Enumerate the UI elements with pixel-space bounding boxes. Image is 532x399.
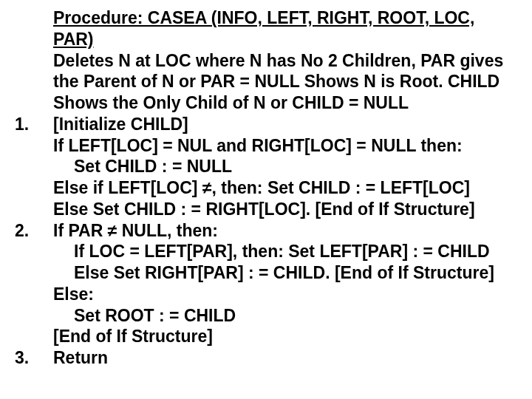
step-3-number: 3. — [15, 347, 53, 369]
step-1-line-3: Set CHILD : = NULL — [53, 156, 517, 177]
step-2-body: If PAR ≠ NULL, then: If LOC = LEFT[PAR],… — [53, 220, 517, 348]
step-2-line-1: If PAR ≠ NULL, then: — [53, 220, 517, 242]
procedure-title: Procedure: CASEA (INFO, LEFT, RIGHT, ROO… — [53, 7, 517, 50]
procedure-description: Deletes N at LOC where N has No 2 Childr… — [53, 50, 517, 114]
step-1-line-2: If LEFT[LOC] = NUL and RIGHT[LOC] = NULL… — [53, 135, 517, 157]
step-3: 3. Return — [15, 347, 517, 369]
step-1-body: [Initialize CHILD] If LEFT[LOC] = NUL an… — [53, 114, 517, 220]
step-2-line-4: Else: — [53, 284, 517, 305]
step-3-line-1: Return — [53, 347, 517, 369]
step-1-line-1: [Initialize CHILD] — [53, 114, 517, 135]
step-2-line-6: [End of If Structure] — [53, 326, 517, 347]
algorithm-page: Procedure: CASEA (INFO, LEFT, RIGHT, ROO… — [0, 0, 532, 376]
num-empty — [15, 7, 53, 114]
step-2-number: 2. — [15, 220, 53, 348]
step-2-line-3: Else Set RIGHT[PAR] : = CHILD. [End of I… — [53, 262, 517, 284]
header-block: Procedure: CASEA (INFO, LEFT, RIGHT, ROO… — [15, 7, 517, 114]
header-body: Procedure: CASEA (INFO, LEFT, RIGHT, ROO… — [53, 7, 517, 114]
step-2-line-5: Set ROOT : = CHILD — [53, 305, 517, 327]
step-1-line-4: Else if LEFT[LOC] ≠, then: Set CHILD : =… — [53, 177, 517, 199]
step-2-line-2: If LOC = LEFT[PAR], then: Set LEFT[PAR] … — [53, 241, 517, 262]
step-3-body: Return — [53, 347, 517, 369]
step-1-number: 1. — [15, 114, 53, 220]
step-2: 2. If PAR ≠ NULL, then: If LOC = LEFT[PA… — [15, 220, 517, 348]
step-1: 1. [Initialize CHILD] If LEFT[LOC] = NUL… — [15, 114, 517, 220]
step-1-line-5: Else Set CHILD : = RIGHT[LOC]. [End of I… — [53, 199, 517, 220]
